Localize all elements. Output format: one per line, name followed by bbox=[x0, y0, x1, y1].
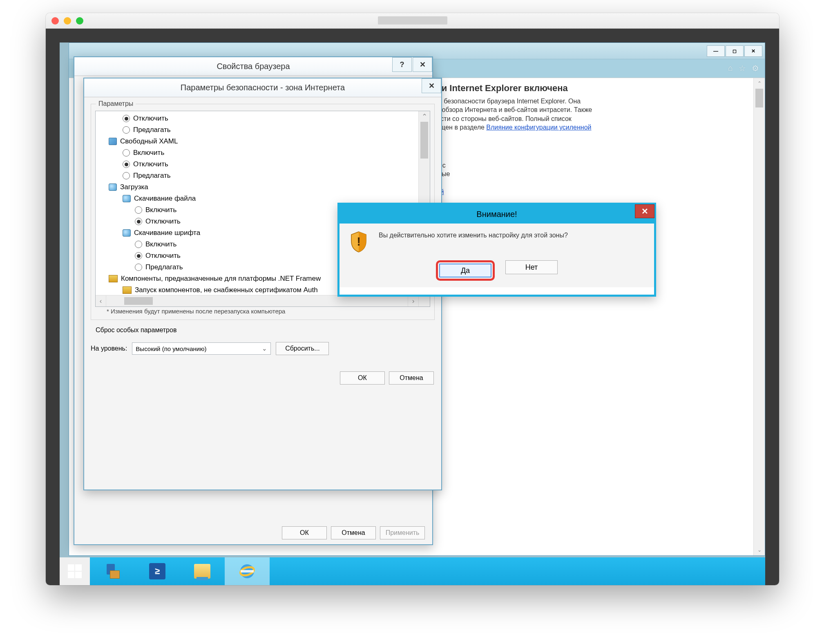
setting-radio-option[interactable]: Включить bbox=[98, 147, 427, 159]
setting-label: Отключить bbox=[145, 252, 181, 260]
warning-no-button[interactable]: Нет bbox=[505, 260, 558, 274]
setting-category: Загрузка bbox=[98, 181, 427, 193]
inetopt-cancel-button[interactable]: Отмена bbox=[331, 526, 376, 539]
sec-ok-button[interactable]: ОК bbox=[340, 371, 385, 385]
setting-label: Предлагать bbox=[133, 172, 171, 180]
warning-text: Вы действительно хотите изменить настрой… bbox=[379, 231, 644, 253]
inetopt-close-button[interactable]: ✕ bbox=[413, 57, 432, 72]
scroll-down-icon[interactable]: ⌄ bbox=[754, 545, 765, 555]
warning-dialog: Внимание! ✕ ! Вы действительно хотите из… bbox=[337, 203, 656, 297]
tree-hscroll-thumb[interactable] bbox=[124, 297, 153, 305]
setting-label: Компоненты, предназначенные для платформ… bbox=[121, 275, 321, 283]
setting-label: Отключить bbox=[133, 114, 168, 123]
ie-scrollbar[interactable]: ⌃ ⌄ bbox=[753, 78, 765, 555]
page-paragraph-1: иленной безопасности браузера Internet E… bbox=[416, 97, 753, 132]
scroll-thumb[interactable] bbox=[755, 89, 763, 107]
reset-label: На уровень: bbox=[91, 345, 127, 352]
mac-window: — ◻ ✕ й... × ⌂ ☆ ⚙ bbox=[46, 13, 779, 585]
warning-body: ! Вы действительно хотите изменить настр… bbox=[339, 224, 654, 260]
comp-icon bbox=[109, 275, 118, 282]
radio-icon[interactable] bbox=[135, 252, 142, 259]
inetopt-title-buttons: ? ✕ bbox=[391, 57, 432, 72]
restart-footnote: * Изменения будут применены после переза… bbox=[102, 308, 424, 315]
warning-title: Внимание! bbox=[476, 210, 517, 219]
download-icon bbox=[123, 229, 131, 237]
doc-icon bbox=[109, 138, 117, 145]
parameters-group-label: Параметры bbox=[96, 100, 136, 107]
tree-scroll-thumb[interactable] bbox=[420, 122, 428, 159]
warning-close-button[interactable]: ✕ bbox=[635, 204, 654, 218]
favorites-icon[interactable]: ☆ bbox=[739, 63, 746, 73]
ie-close-button[interactable]: ✕ bbox=[744, 45, 762, 57]
inetopt-title: Свойства браузера bbox=[217, 62, 290, 71]
inetopt-apply-button[interactable]: Применить bbox=[380, 526, 425, 539]
sec-title: Параметры безопасности - зона Интернета bbox=[181, 83, 345, 92]
radio-icon[interactable] bbox=[123, 126, 130, 134]
tools-icon[interactable]: ⚙ bbox=[752, 63, 759, 73]
windows-logo-icon bbox=[68, 564, 82, 578]
internet-explorer-icon bbox=[238, 562, 256, 580]
setting-radio-option[interactable]: Отключить bbox=[98, 159, 427, 170]
download-icon bbox=[123, 195, 131, 202]
ie-maximize-button[interactable]: ◻ bbox=[726, 45, 744, 57]
reset-button[interactable]: Сбросить... bbox=[276, 342, 329, 355]
tree-hscroll[interactable]: ‹ › bbox=[96, 295, 418, 306]
radio-icon[interactable] bbox=[135, 241, 142, 248]
comp-icon bbox=[123, 286, 132, 294]
inetopt-ok-button[interactable]: ОК bbox=[282, 526, 327, 539]
mac-minimize-icon[interactable] bbox=[64, 17, 71, 25]
taskbar-powershell[interactable]: ≥ bbox=[135, 557, 180, 585]
ie-toolbar-icons: ⌂ ☆ ⚙ bbox=[728, 63, 759, 73]
mac-close-icon[interactable] bbox=[51, 17, 59, 25]
home-icon[interactable]: ⌂ bbox=[728, 63, 733, 73]
radio-icon[interactable] bbox=[135, 206, 142, 214]
setting-radio-option[interactable]: Предлагать bbox=[98, 124, 427, 136]
tree-scroll-up-icon[interactable]: ⌃ bbox=[419, 111, 430, 122]
svg-text:!: ! bbox=[357, 235, 361, 248]
radio-icon[interactable] bbox=[123, 115, 130, 122]
inetopt-titlebar: Свойства браузера ? ✕ bbox=[74, 57, 432, 76]
setting-radio-option[interactable]: Отключить bbox=[98, 113, 427, 124]
taskbar-server-manager[interactable] bbox=[90, 557, 135, 585]
tree-scroll-left-icon[interactable]: ‹ bbox=[96, 295, 106, 306]
page-heading: сности Internet Explorer включена bbox=[416, 82, 753, 94]
radio-icon[interactable] bbox=[123, 149, 130, 157]
radio-icon[interactable] bbox=[123, 161, 130, 168]
shield-icon: ! bbox=[349, 231, 368, 253]
page-link-1[interactable]: Влияние конфигурации усиленной bbox=[486, 124, 591, 131]
sec-close-button[interactable]: ✕ bbox=[422, 78, 441, 93]
inetopt-help-button[interactable]: ? bbox=[392, 57, 412, 72]
reset-row: На уровень: Высокий (по умолчанию) ⌄ Сбр… bbox=[91, 342, 435, 355]
taskbar-internet-explorer[interactable] bbox=[225, 557, 270, 585]
scroll-up-icon[interactable]: ⌃ bbox=[754, 78, 765, 89]
setting-category: Свободный XAML bbox=[98, 136, 427, 147]
warning-yes-button[interactable]: Да bbox=[439, 264, 491, 277]
page-paragraph-2: йтов в доступа с иональные естной гураци… bbox=[416, 143, 753, 197]
setting-label: Скачивание файла bbox=[134, 195, 196, 203]
sec-title-buttons: ✕ bbox=[421, 78, 441, 93]
radio-icon[interactable] bbox=[135, 264, 142, 271]
title-redacted bbox=[378, 16, 447, 25]
setting-label: Отключить bbox=[145, 217, 181, 226]
setting-label: Включить bbox=[145, 240, 176, 248]
reset-level-value: Высокий (по умолчанию) bbox=[136, 345, 206, 352]
setting-radio-option[interactable]: Предлагать bbox=[98, 170, 427, 181]
setting-label: Скачивание шрифта bbox=[134, 229, 200, 237]
setting-label: Включить bbox=[145, 206, 176, 214]
warning-button-row: Да Нет bbox=[339, 260, 654, 287]
svg-rect-3 bbox=[241, 570, 254, 572]
taskbar-file-explorer[interactable] bbox=[180, 557, 225, 585]
ie-minimize-button[interactable]: — bbox=[707, 45, 725, 57]
sec-cancel-button[interactable]: Отмена bbox=[389, 371, 434, 385]
tree-scroll-right-icon[interactable]: › bbox=[408, 295, 418, 306]
setting-label: Предлагать bbox=[145, 263, 183, 271]
server-manager-icon bbox=[104, 563, 121, 579]
radio-icon[interactable] bbox=[135, 218, 142, 225]
reset-level-select[interactable]: Высокий (по умолчанию) ⌄ bbox=[132, 342, 271, 355]
mac-zoom-icon[interactable] bbox=[76, 17, 83, 25]
download-icon bbox=[109, 183, 117, 191]
sec-titlebar: Параметры безопасности - зона Интернета … bbox=[84, 78, 441, 97]
radio-icon[interactable] bbox=[123, 172, 130, 179]
start-button[interactable] bbox=[60, 557, 90, 585]
file-explorer-icon bbox=[194, 564, 210, 579]
